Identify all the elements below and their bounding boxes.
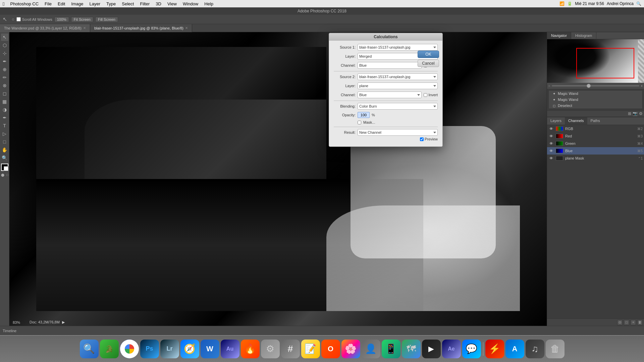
menu-edit[interactable]: Edit bbox=[55, 1, 67, 7]
menu-window[interactable]: Window bbox=[180, 1, 201, 7]
tool-heal[interactable]: ⊕ bbox=[1, 66, 8, 73]
tab-blair-close[interactable]: ✕ bbox=[185, 26, 188, 30]
nav-zoom-out-icon[interactable]: − bbox=[548, 84, 550, 88]
menu-file[interactable]: File bbox=[42, 1, 54, 7]
channel-eye-mask[interactable]: 👁 bbox=[548, 156, 554, 161]
source1-select[interactable]: blair-fraser-15137-unsplash.jpg bbox=[358, 44, 438, 51]
nav-slider-thumb[interactable] bbox=[587, 84, 591, 88]
tool-path-select[interactable]: ▷ bbox=[1, 130, 8, 137]
nav-zoom-in-icon[interactable]: + bbox=[641, 84, 643, 88]
search-icon[interactable]: 🔍 bbox=[636, 1, 641, 6]
tool-move[interactable]: ↖ bbox=[1, 34, 8, 41]
dock-lightroom[interactable]: Lr bbox=[160, 340, 179, 358]
dock-proxyman[interactable]: ⚡ bbox=[485, 340, 504, 358]
tab-histogram[interactable]: Histogram bbox=[571, 32, 596, 39]
dock-chrome[interactable] bbox=[120, 340, 139, 358]
tool-pen[interactable]: ✒ bbox=[1, 114, 8, 121]
preview-checkbox[interactable] bbox=[420, 137, 424, 141]
quick-mask-icon[interactable]: ⬤ bbox=[1, 173, 4, 177]
invert2-checkbox[interactable] bbox=[424, 93, 427, 97]
context-magic-wand-1[interactable]: ✦ Magic Wand bbox=[549, 90, 642, 97]
channel-row-red[interactable]: 👁 Red ⌘3 bbox=[547, 132, 644, 140]
dock-audition[interactable]: Au bbox=[221, 340, 239, 358]
dock-maps[interactable]: 🗺 bbox=[402, 340, 421, 358]
dock-notes[interactable]: 📝 bbox=[301, 340, 320, 358]
tool-hand[interactable]: ✋ bbox=[1, 146, 8, 154]
tool-eraser[interactable]: ◻ bbox=[1, 90, 8, 97]
channel1-select[interactable]: Blue bbox=[358, 62, 422, 69]
tool-shape[interactable]: □ bbox=[1, 138, 8, 145]
fit-screen-btn[interactable]: Fit Screen bbox=[71, 17, 93, 22]
channel-eye-red[interactable]: 👁 bbox=[548, 133, 554, 139]
new-channel-btn[interactable]: + bbox=[631, 320, 636, 325]
dock-photoshop[interactable]: Ps bbox=[140, 340, 159, 358]
scroll-all-windows-check[interactable] bbox=[16, 17, 21, 21]
dock-cachix[interactable]: 🐊 bbox=[100, 340, 119, 358]
tool-ellipse[interactable]: ○ bbox=[12, 17, 14, 22]
menu-filter[interactable]: Filter bbox=[138, 1, 152, 7]
channel-row-mask[interactable]: 👁 plane Mask ⌃1 bbox=[547, 155, 644, 162]
tab-layers[interactable]: Layers bbox=[547, 117, 565, 125]
canvas-area[interactable]: 83% Doc: 43,2M/76,8M ▶ bbox=[9, 32, 547, 326]
calc-cancel-btn[interactable]: Cancel bbox=[418, 60, 439, 67]
fill-screen-btn[interactable]: Fill Screen bbox=[95, 17, 118, 22]
screen-mode-icon[interactable]: □ bbox=[6, 173, 8, 177]
foreground-color[interactable] bbox=[1, 164, 8, 171]
tool-gradient[interactable]: ▦ bbox=[1, 98, 8, 105]
dock-contacts[interactable]: 👤 bbox=[362, 340, 380, 358]
mask-checkbox[interactable] bbox=[358, 121, 361, 124]
apple-menu[interactable]:  bbox=[3, 1, 4, 7]
source2-select[interactable]: blair-fraser-15137-unsplash.jpg bbox=[358, 73, 438, 80]
tab-wanderer-close[interactable]: ✕ bbox=[83, 26, 86, 30]
tool-zoom[interactable]: 🔍 bbox=[1, 154, 8, 162]
dock-trash[interactable]: 🗑 bbox=[546, 340, 565, 358]
tool-brush[interactable]: ✏ bbox=[1, 74, 8, 81]
calc-ok-btn[interactable]: OK bbox=[418, 51, 439, 58]
menu-help[interactable]: Help bbox=[202, 1, 216, 7]
opacity-value[interactable]: 100 bbox=[358, 112, 370, 118]
channel-eye-blue[interactable]: 👁 bbox=[548, 148, 554, 154]
context-deselect[interactable]: ◻ Deselect bbox=[549, 103, 642, 109]
dock-whatsapp[interactable]: 📱 bbox=[382, 340, 400, 358]
menu-layer[interactable]: Layer bbox=[87, 1, 103, 7]
dock-ae[interactable]: Ae bbox=[442, 340, 461, 358]
blending-select[interactable]: Color Burn bbox=[358, 103, 438, 110]
tool-text[interactable]: T bbox=[1, 122, 8, 129]
menu-app[interactable]: Photoshop CC bbox=[8, 1, 41, 7]
channel-eye-rgb[interactable]: 👁 bbox=[548, 126, 554, 131]
tab-blair[interactable]: blair-fraser-15137-unsplash.jpg @ 83% (p… bbox=[90, 24, 192, 32]
dock-photos[interactable]: 🌸 bbox=[341, 340, 360, 358]
dock-safari[interactable]: 🧭 bbox=[180, 340, 199, 358]
dock-office[interactable]: O bbox=[321, 340, 340, 358]
tool-crop[interactable]: ⊹ bbox=[1, 50, 8, 57]
context-magic-wand-2[interactable]: ✦ Magic Wand bbox=[549, 97, 642, 103]
panel-icon-2[interactable]: 📷 bbox=[633, 111, 638, 116]
tab-wanderer[interactable]: The Wanderer.psd @ 33,3% (Layer 12, RGB/… bbox=[0, 24, 90, 32]
delete-channel-btn[interactable]: 🗑 bbox=[637, 320, 643, 325]
menu-image[interactable]: Image bbox=[69, 1, 86, 7]
load-channel-btn[interactable]: ⊙ bbox=[617, 320, 623, 325]
dock-finder[interactable]: 🔍 bbox=[80, 340, 99, 358]
dock-flame[interactable]: 🔥 bbox=[241, 340, 260, 358]
dock-calculator[interactable]: # bbox=[281, 340, 300, 358]
channel-eye-green[interactable]: 👁 bbox=[548, 141, 554, 146]
tool-clone[interactable]: ⊗ bbox=[1, 82, 8, 89]
dock-word[interactable]: W bbox=[201, 340, 219, 358]
tool-dodge[interactable]: ◑ bbox=[1, 106, 8, 113]
dock-appstore[interactable]: A bbox=[505, 340, 524, 358]
tab-navigator[interactable]: Navigator bbox=[547, 32, 571, 39]
panel-icon-1[interactable]: ⊞ bbox=[628, 111, 631, 116]
menu-select[interactable]: Select bbox=[119, 1, 136, 7]
menu-type[interactable]: Type bbox=[104, 1, 118, 7]
dock-music[interactable]: ♫ bbox=[526, 340, 544, 358]
dock-systemprefs[interactable]: ⚙ bbox=[261, 340, 280, 358]
tool-lasso[interactable]: ⬡ bbox=[1, 42, 8, 49]
channel-row-rgb[interactable]: 👁 RGB ⌘2 bbox=[547, 125, 644, 132]
nav-slider-track[interactable] bbox=[552, 85, 639, 86]
tab-paths[interactable]: Paths bbox=[587, 117, 603, 125]
channel2-select[interactable]: Blue bbox=[358, 92, 422, 98]
menu-view[interactable]: View bbox=[165, 1, 179, 7]
layer2-select[interactable]: plane bbox=[358, 82, 438, 89]
tool-arrow[interactable]: ↖ bbox=[3, 16, 7, 22]
dock-video[interactable]: ▶ bbox=[422, 340, 441, 358]
